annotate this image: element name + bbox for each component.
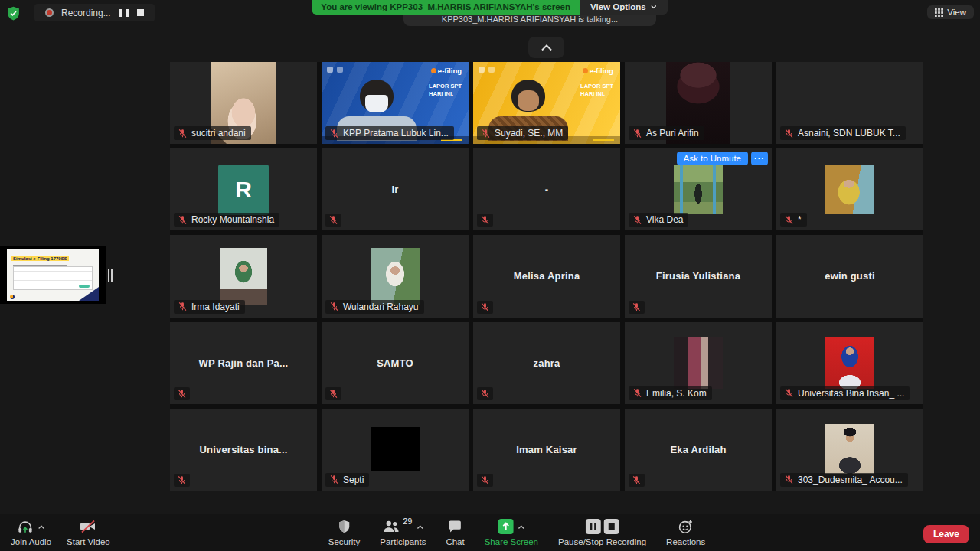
- meeting-security-shield-icon[interactable]: [6, 6, 21, 21]
- muted-mic-icon: [177, 475, 187, 485]
- ask-to-unmute-button[interactable]: Ask to Unmute: [677, 152, 748, 165]
- muted-mic-icon: [178, 302, 188, 311]
- participant-tile[interactable]: Vika Dea Ask to Unmute ···: [625, 148, 772, 230]
- participant-name-chip: Suyadi, SE., MM: [477, 126, 568, 140]
- recording-indicator: Recording...: [34, 4, 155, 21]
- toolbar-participants-label: Participants: [380, 537, 426, 546]
- mute-status-chip: [174, 387, 190, 400]
- participant-name-chip: Vika Dea: [629, 213, 688, 227]
- participant-name: Emilia, S. Kom: [646, 388, 707, 399]
- shared-screen-thumbnail[interactable]: Simulasi e-Filing 1770SS: [0, 246, 106, 304]
- muted-mic-icon: [784, 215, 794, 225]
- participant-tile[interactable]: *: [776, 148, 923, 230]
- screen-share-banner: You are viewing KPP303_M.HARRIS ARIFIANS…: [312, 0, 668, 15]
- participant-tile[interactable]: Emilia, S. Kom: [625, 322, 772, 404]
- participant-tile[interactable]: sucitri andani: [170, 62, 317, 144]
- view-options-button[interactable]: View Options: [580, 0, 668, 15]
- gallery-grid-icon: [935, 8, 943, 17]
- participant-avatar: [371, 427, 420, 471]
- participant-avatar: [674, 337, 723, 389]
- participant-name-chip: KPP Pratama Lubuk Lin...: [325, 126, 454, 140]
- participant-name: 303_Dudesmita_ Accou...: [798, 474, 903, 485]
- muted-mic-icon: [632, 388, 642, 398]
- participant-name: Eka Ardilah: [625, 409, 772, 491]
- toolbar-start-video-label: Start Video: [67, 537, 110, 546]
- participant-tile[interactable]: Asnaini, SDN LUBUK T...: [776, 62, 923, 144]
- participant-tile[interactable]: -: [473, 148, 620, 230]
- toolbar-reactions-button[interactable]: Reactions: [665, 517, 707, 549]
- participant-avatar: [220, 248, 267, 305]
- view-label: View: [947, 8, 966, 17]
- reactions-smiley-icon: [678, 519, 694, 534]
- toolbar-left-group: Join Audio Start Video: [9, 517, 112, 549]
- participant-tile[interactable]: SAMTO: [322, 322, 469, 404]
- toolbar-share-screen-button[interactable]: Share Screen: [483, 517, 540, 549]
- participant-avatar: R: [218, 165, 269, 215]
- participant-name: Ir: [322, 148, 469, 230]
- toolbar-security-label: Security: [328, 537, 361, 546]
- muted-mic-icon: [328, 215, 338, 225]
- muted-mic-icon: [178, 129, 188, 139]
- mute-status-chip: [629, 301, 645, 314]
- leave-button[interactable]: Leave: [923, 525, 969, 543]
- toolbar-pause-stop-recording-label: Pause/Stop Recording: [558, 537, 646, 546]
- recording-stop-button[interactable]: [137, 9, 144, 16]
- participant-name-chip: Universitas Bina Insan_ ...: [780, 386, 910, 400]
- muted-mic-icon: [784, 388, 794, 398]
- participant-tile[interactable]: Eka Ardilah: [625, 409, 772, 491]
- participant-name: KPP Pratama Lubuk Lin...: [343, 128, 449, 139]
- participant-tile[interactable]: Imam Kaisar: [473, 409, 620, 491]
- chat-bubble-icon: [448, 520, 462, 533]
- participant-tile[interactable]: RRocky Mountainshia: [170, 148, 317, 230]
- participant-tile[interactable]: e-filing LAPOR SPTHARI INI. KPP Pratama …: [322, 62, 469, 144]
- muted-mic-icon: [784, 129, 794, 139]
- muted-mic-icon: [480, 302, 490, 312]
- participant-name-chip: sucitri andani: [174, 126, 251, 140]
- participant-tile[interactable]: zahra: [473, 322, 620, 404]
- participant-tile[interactable]: Universitas Bina Insan_ ...: [776, 322, 923, 404]
- participant-name: *: [798, 214, 802, 225]
- muted-mic-icon: [329, 129, 339, 139]
- muted-mic-icon: [632, 129, 642, 139]
- djp-logo-icon: [327, 67, 333, 73]
- collapse-banner-button[interactable]: [528, 37, 564, 58]
- participant-tile[interactable]: Irma Idayati: [170, 235, 317, 317]
- toolbar-center-group: Security 29 Participants Chat Share Scre…: [327, 517, 707, 549]
- participant-tile[interactable]: Wulandari Rahayu: [322, 235, 469, 317]
- participant-tile[interactable]: As Puri Arifin: [625, 62, 772, 144]
- participant-tile[interactable]: e-filing LAPOR SPTHARI INI. Suyadi, SE.,…: [473, 62, 620, 144]
- participant-name: Universitas Bina Insan_ ...: [798, 388, 904, 399]
- participant-tile[interactable]: Firusia Yulistiana: [625, 235, 772, 317]
- toolbar-pause-stop-recording-button[interactable]: Pause/Stop Recording: [557, 517, 648, 549]
- participant-name-chip: Irma Idayati: [174, 300, 245, 314]
- participant-tile[interactable]: 303_Dudesmita_ Accou...: [776, 409, 923, 491]
- toolbar-start-video-button[interactable]: Start Video: [65, 517, 112, 549]
- toolbar-participants-button[interactable]: 29 Participants: [378, 517, 427, 549]
- participant-tile[interactable]: WP Rajin dan Pa...: [170, 322, 317, 404]
- efiling-dot-icon: [431, 68, 436, 73]
- pause-stop-icons: [586, 519, 619, 534]
- toolbar-join-audio-button[interactable]: Join Audio: [9, 517, 53, 549]
- shared-slide-preview: Simulasi e-Filing 1770SS: [7, 249, 99, 301]
- muted-mic-icon: [784, 474, 794, 484]
- thumbnail-resize-handle[interactable]: [108, 269, 113, 282]
- participant-tile[interactable]: Ir: [322, 148, 469, 230]
- mute-status-chip: [477, 301, 493, 314]
- recording-dot-icon: [45, 8, 54, 17]
- participant-tile[interactable]: Septi: [322, 409, 469, 491]
- participant-avatar: [674, 165, 723, 214]
- view-layout-button[interactable]: View: [927, 5, 974, 19]
- toolbar-security-button[interactable]: Security: [327, 517, 362, 549]
- recording-pause-button[interactable]: [119, 9, 129, 17]
- participant-tile[interactable]: Melisa Aprina: [473, 235, 620, 317]
- participant-tile[interactable]: Universitas bina...: [170, 409, 317, 491]
- mute-status-chip: [325, 214, 341, 227]
- muted-mic-icon: [481, 129, 491, 139]
- participant-avatar: [825, 165, 874, 214]
- participants-icon: [382, 520, 400, 533]
- participant-avatar: [371, 248, 420, 305]
- participant-tile[interactable]: ewin gusti: [776, 235, 923, 317]
- toolbar-chat-button[interactable]: Chat: [444, 517, 466, 549]
- more-options-button[interactable]: ···: [751, 152, 768, 165]
- security-shield-icon: [338, 520, 351, 533]
